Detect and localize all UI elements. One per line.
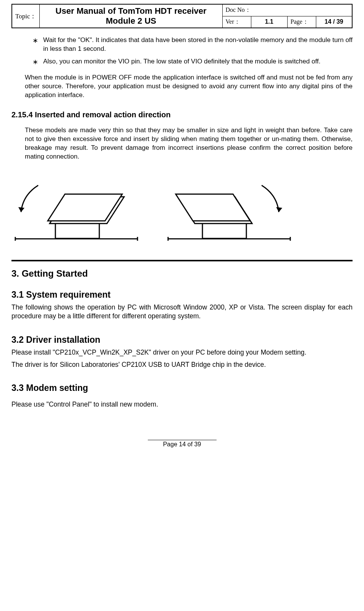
asterisk-icon: ∗: [32, 57, 43, 66]
page-footer: Page 14 of 39: [11, 440, 353, 448]
section-2154-body: These models are made very thin so that …: [25, 126, 353, 161]
diagram-row: [11, 172, 353, 248]
section-32-title: 3.2 Driver installation: [11, 335, 353, 345]
topic-value: User Manual of TomTom HDT receiver Modul…: [40, 4, 222, 28]
section-32-body2: The driver is for Silicon Laboratories' …: [11, 360, 353, 370]
topic-label: Topic：: [12, 4, 40, 28]
section-31-body: The following shows the operation by PC …: [11, 303, 353, 321]
asterisk-icon: ∗: [32, 36, 43, 53]
bullet-item: ∗ Also, you can monitor the VIO pin. The…: [32, 57, 353, 66]
header-table: Topic： User Manual of TomTom HDT receive…: [11, 4, 353, 28]
section-33-title: 3.3 Modem setting: [11, 383, 353, 393]
bullet-text: Wait for the "OK". It indicates that dat…: [43, 36, 353, 53]
ver-label: Ver：: [222, 16, 251, 28]
insert-diagram-left: [11, 172, 141, 248]
section-2154-title: 2.15.4 Inserted and removal action direc…: [11, 110, 353, 119]
poweroff-paragraph: When the module is in POWER OFF mode the…: [25, 73, 353, 100]
section-3-title: 3. Getting Started: [11, 268, 353, 279]
page-label: Page：: [287, 16, 316, 28]
bullet-item: ∗ Wait for the "OK". It indicates that d…: [32, 36, 353, 53]
section-31-title: 3.1 System requirement: [11, 290, 353, 300]
ver-value: 1.1: [251, 16, 287, 28]
page-value: 14 / 39: [316, 16, 352, 28]
svg-marker-13: [276, 207, 282, 212]
section-32-body1: Please install "CP210x_VCP_Win2K_XP_S2K"…: [11, 348, 353, 357]
svg-marker-6: [18, 207, 24, 212]
bullet-text: Also, you can monitor the VIO pin. The l…: [43, 57, 353, 66]
docno-label: Doc No：: [222, 4, 352, 16]
section-33-body: Please use "Control Panel" to install ne…: [11, 400, 353, 409]
insert-diagram-right: [164, 172, 294, 248]
section-divider: [11, 260, 353, 261]
svg-marker-12: [176, 194, 250, 221]
